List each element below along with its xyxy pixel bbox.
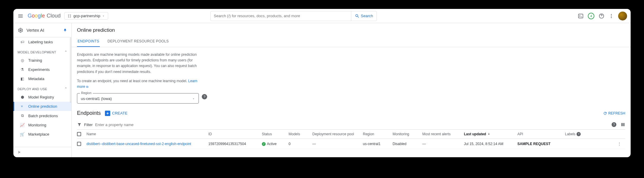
table-row: distilbert--distilbert-base-uncased-fine…: [77, 139, 625, 149]
user-avatar[interactable]: [618, 12, 627, 20]
sidebar-item-batch-predictions[interactable]: ⧉Batch predictions: [13, 111, 71, 120]
row-more-icon[interactable]: ⋮: [613, 142, 625, 146]
col-pool[interactable]: Deployment resource pool: [312, 132, 363, 136]
filter-bar: Filter ?: [77, 119, 625, 130]
svg-rect-11: [623, 123, 623, 126]
filter-label: Filter: [84, 123, 93, 127]
chevron-down-icon: [192, 97, 195, 100]
search-bar: Search: [210, 11, 377, 21]
region-value: us-central1 (Iowa): [81, 96, 112, 101]
section-title: Endpoints: [77, 110, 101, 116]
training-icon: ◎: [20, 58, 25, 63]
sidebar-item-metadata[interactable]: ◧Metadata: [13, 74, 71, 83]
nav-menu-icon[interactable]: [17, 12, 24, 20]
endpoint-name-link[interactable]: distilbert--distilbert-base-uncased-fine…: [86, 142, 208, 146]
sidebar-item-model-registry[interactable]: ⬢Model Registry: [13, 93, 71, 102]
region-help-icon[interactable]: ?: [202, 94, 207, 99]
notifications-badge[interactable]: 4: [588, 13, 594, 19]
sidebar-item-online-prediction[interactable]: ᯤOnline prediction: [13, 102, 71, 111]
chevron-down-icon: [102, 15, 105, 18]
help-icon[interactable]: [599, 13, 604, 19]
pin-icon[interactable]: [63, 28, 67, 32]
sample-request-button[interactable]: SAMPLE REQUEST: [517, 142, 565, 146]
col-region[interactable]: Region: [363, 132, 393, 136]
registry-icon: ⬢: [20, 95, 25, 99]
filter-help-icon[interactable]: ?: [612, 122, 616, 127]
tab-deployment-resource-pools[interactable]: DEPLOYMENT RESOURCE POOLS: [107, 36, 169, 47]
search-button[interactable]: Search: [351, 11, 377, 21]
col-models[interactable]: Models: [289, 132, 312, 136]
cloud-shell-icon[interactable]: [578, 13, 584, 19]
description-text-2: To create an endpoint, you need at least…: [77, 79, 187, 83]
vertex-ai-icon: [18, 27, 23, 33]
endpoint-status: ✓Active: [262, 142, 289, 146]
sidebar-item-labeling[interactable]: 🏷Labeling tasks: [13, 37, 71, 47]
endpoint-region: us-central1: [363, 142, 393, 146]
endpoint-last-updated: Jul 15, 2024, 8:52:14 AM: [464, 142, 517, 146]
endpoint-monitoring: Disabled: [393, 142, 422, 146]
product-header[interactable]: Vertex AI: [13, 23, 71, 37]
search-input[interactable]: [211, 14, 351, 18]
svg-rect-12: [624, 123, 625, 126]
filter-input[interactable]: [95, 123, 609, 127]
region-select[interactable]: Region us-central1 (Iowa): [77, 93, 199, 104]
refresh-icon: [603, 111, 607, 115]
project-name: gcp-partnership: [73, 14, 100, 18]
app-window: Google Cloud gcp-partnership Search 4: [13, 9, 631, 157]
col-labels[interactable]: Labels?: [565, 132, 604, 136]
google-cloud-logo[interactable]: Google Cloud: [28, 13, 61, 19]
info-icon: ?: [577, 132, 581, 136]
svg-rect-10: [621, 123, 622, 126]
tag-icon: 🏷: [20, 40, 25, 44]
chevron-up-icon: ⌃: [64, 87, 67, 91]
plus-icon: +: [105, 111, 110, 116]
endpoint-models: 0: [289, 142, 312, 146]
external-link-icon: ⧉: [86, 85, 88, 88]
chart-icon: 📈: [20, 123, 25, 127]
region-label: Region: [80, 91, 93, 95]
chevron-left-icon: [18, 150, 22, 154]
col-name[interactable]: Name: [86, 132, 208, 136]
sidebar-item-marketplace[interactable]: 🛒Marketplace: [13, 130, 71, 139]
svg-rect-9: [18, 151, 19, 153]
col-alerts[interactable]: Most recent alerts: [422, 132, 464, 136]
endpoint-pool: —: [312, 142, 363, 146]
sidebar-item-training[interactable]: ◎Training: [13, 56, 71, 65]
endpoint-alerts: —: [422, 142, 464, 146]
col-id[interactable]: ID: [208, 132, 262, 136]
collapse-sidebar-button[interactable]: [13, 147, 71, 157]
arrow-down-icon: [487, 132, 491, 136]
col-monitoring[interactable]: Monitoring: [393, 132, 422, 136]
broadcast-icon: ᯤ: [20, 104, 25, 109]
row-checkbox[interactable]: [77, 142, 81, 146]
cart-icon: 🛒: [20, 132, 25, 136]
search-icon: [355, 14, 360, 18]
col-api[interactable]: API: [517, 132, 565, 136]
tab-endpoints[interactable]: ENDPOINTS: [77, 36, 100, 47]
more-icon[interactable]: [609, 13, 614, 19]
description-text: Endpoints are machine learning models ma…: [77, 52, 199, 75]
top-bar: Google Cloud gcp-partnership Search 4: [13, 9, 631, 23]
col-status[interactable]: Status: [262, 132, 289, 136]
batch-icon: ⧉: [20, 113, 25, 118]
svg-point-8: [611, 17, 612, 18]
svg-rect-4: [578, 14, 583, 18]
project-picker[interactable]: gcp-partnership: [64, 12, 108, 20]
col-last-updated[interactable]: Last updated: [464, 132, 517, 136]
sidebar-section-model-dev[interactable]: MODEL DEVELOPMENT⌃: [13, 47, 71, 56]
create-button[interactable]: + CREATE: [105, 111, 127, 116]
refresh-button[interactable]: REFRESH: [603, 111, 625, 115]
sidebar-section-deploy[interactable]: DEPLOY AND USE⌃: [13, 83, 71, 93]
columns-icon[interactable]: [621, 122, 625, 127]
main-content: Online prediction ENDPOINTS DEPLOYMENT R…: [72, 23, 631, 157]
sidebar-item-monitoring[interactable]: 📈Monitoring: [13, 120, 71, 130]
svg-point-7: [611, 15, 612, 16]
sidebar-item-experiments[interactable]: ⚗Experiments: [13, 65, 71, 74]
check-icon: ✓: [262, 142, 266, 146]
chevron-up-icon: ⌃: [64, 50, 67, 54]
svg-point-6: [611, 14, 612, 15]
endpoints-table: Name ID Status Models Deployment resourc…: [77, 130, 625, 149]
tabs: ENDPOINTS DEPLOYMENT RESOURCE POOLS: [72, 36, 631, 47]
endpoint-id: 1597209964135317504: [208, 142, 262, 146]
select-all-checkbox[interactable]: [77, 132, 81, 136]
